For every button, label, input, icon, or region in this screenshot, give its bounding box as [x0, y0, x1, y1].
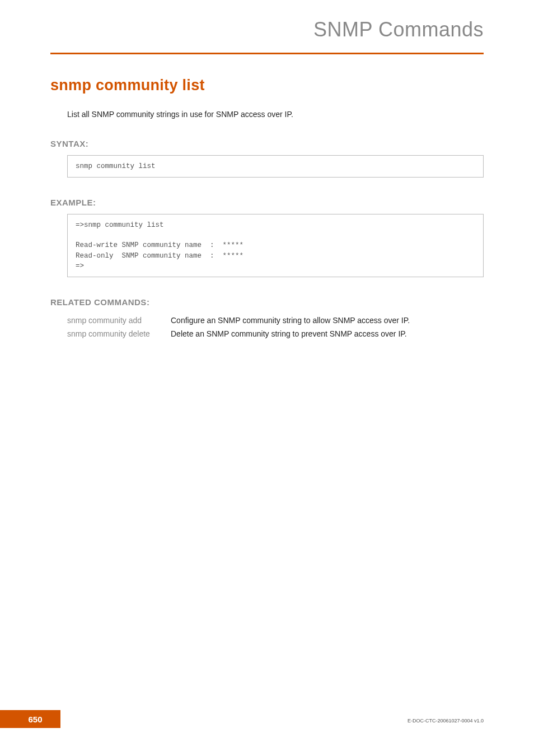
table-row: snmp community delete Delete an SNMP com… [67, 327, 410, 340]
command-intro: List all SNMP community strings in use f… [67, 110, 484, 119]
document-id: E-DOC-CTC-20061027-0004 v1.0 [407, 718, 484, 724]
header-title: SNMP Commands [0, 18, 484, 41]
related-heading: RELATED COMMANDS: [50, 297, 484, 307]
example-heading: EXAMPLE: [50, 198, 484, 207]
related-cmd: snmp community delete [67, 327, 171, 340]
page-content: snmp community list List all SNMP commun… [0, 54, 534, 340]
related-commands-table: snmp community add Configure an SNMP com… [67, 314, 410, 340]
related-cmd: snmp community add [67, 314, 171, 327]
page-number-badge: 650 [0, 710, 60, 728]
command-title: snmp community list [50, 77, 484, 94]
page-footer: 650 E-DOC-CTC-20061027-0004 v1.0 [0, 706, 534, 728]
page-header: SNMP Commands [0, 0, 534, 48]
syntax-code: snmp community list [67, 155, 484, 178]
table-row: snmp community add Configure an SNMP com… [67, 314, 410, 327]
syntax-heading: SYNTAX: [50, 139, 484, 148]
related-desc: Delete an SNMP community string to preve… [171, 327, 410, 340]
example-code: =>snmp community list Read-write SNMP co… [67, 214, 484, 277]
related-desc: Configure an SNMP community string to al… [171, 314, 410, 327]
